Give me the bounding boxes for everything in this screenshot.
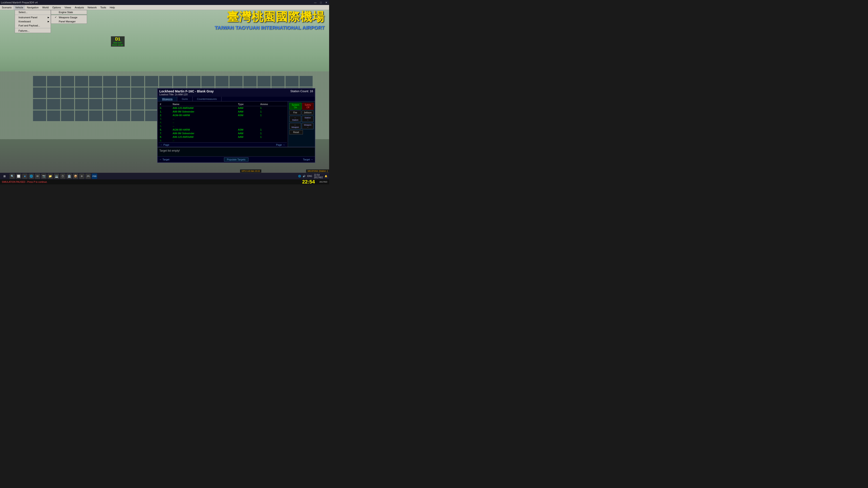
menu-help[interactable]: Help <box>108 5 117 10</box>
table-row[interactable]: 8.AIM-120 AMRAAMAAM1 <box>158 135 287 139</box>
weapons-table: # Name Type Ammo 0.AIM-120 AMRAAMAAM1 1.… <box>158 101 288 148</box>
tab-weapons[interactable]: Weapons <box>158 97 177 101</box>
taskbar-mail[interactable]: ✉ <box>35 173 40 179</box>
dropdown-failures[interactable]: Failures... <box>15 29 51 33</box>
page-prev-button[interactable]: ← Page <box>160 143 169 146</box>
taskbar-flight[interactable]: ✈ <box>79 173 85 179</box>
weapons-status-bar: WEAPONS: [Station -] <box>306 169 329 173</box>
populate-targets-button[interactable]: Populate Targets <box>224 158 248 162</box>
menu-bar: Scenario Vehicle Navigation World Option… <box>0 5 329 10</box>
menu-tools[interactable]: Tools <box>98 5 108 10</box>
menu-world[interactable]: World <box>40 5 51 10</box>
page-next-button[interactable]: Page → <box>276 143 285 146</box>
simulation-paused-text: SIMULATION PAUSED - Press P to continue. <box>2 181 48 183</box>
taskbar-p3d[interactable]: P3D <box>92 173 97 179</box>
taskbar-bank[interactable]: 🏦 <box>66 173 72 179</box>
maximize-button[interactable]: □ <box>319 1 322 4</box>
status-bar: SIMULATION PAUSED - Press P to continue.… <box>0 180 329 184</box>
tab-guns[interactable]: Guns <box>177 97 192 101</box>
date-display: 2017/6/2 <box>319 181 327 183</box>
kneeboard-submenu: ✓Weapons Gauge Panel Manager <box>51 15 87 24</box>
weapon-next-button[interactable]: Weapon → <box>302 123 313 129</box>
dropdown-instrument-panel[interactable]: Instrument Panel▶ <box>15 15 51 20</box>
col-name: Name <box>171 102 237 106</box>
table-row[interactable]: 7.AIM-9M SidewinderAAM1 <box>158 131 287 135</box>
taskbar-notepad[interactable]: 🗒 <box>60 173 66 179</box>
chinese-airport-text: 臺灣桃園國際機場 <box>193 9 324 25</box>
table-row[interactable]: 1.AIM-9M SidewinderAAM1 <box>158 110 287 113</box>
close-button[interactable]: ✕ <box>324 1 328 4</box>
fire-button[interactable]: Fire <box>289 110 301 115</box>
minimize-button[interactable]: — <box>313 1 317 4</box>
submenu-engine-state[interactable]: Engine State <box>51 10 87 14</box>
title-bar-controls: — □ ✕ <box>313 1 328 4</box>
col-type: Type <box>237 102 259 106</box>
menu-scenario[interactable]: Scenario <box>0 5 13 10</box>
menu-network[interactable]: Network <box>86 5 98 10</box>
weapons-table-area: # Name Type Ammo 0.AIM-120 AMRAAMAAM1 1.… <box>158 101 315 148</box>
taskbar-camera[interactable]: 📷 <box>41 173 46 179</box>
dropdown-kneeboard[interactable]: Kneeboard▶ <box>15 20 51 24</box>
target-next-button[interactable]: Target → <box>303 158 313 161</box>
taskbar-folder[interactable]: 📁 <box>48 173 53 179</box>
weapon-prev-button[interactable]: ← Weapon <box>289 123 301 129</box>
weapons-status-text: WEAPONS: [Station -] <box>307 170 328 172</box>
menu-vehicle[interactable]: Vehicle <box>13 5 25 10</box>
dropdown-select[interactable]: Select... <box>15 10 51 14</box>
taskbar-search[interactable]: 🔍 <box>9 173 15 179</box>
station-prev-button[interactable]: ← Station <box>289 116 301 122</box>
menu-options[interactable]: Options <box>51 5 63 10</box>
menu-analysis[interactable]: Analysis <box>73 5 86 10</box>
taskbar-computer[interactable]: 💻 <box>54 173 59 179</box>
volume-icon: 🔊 <box>303 175 305 177</box>
target-list-message: Target list empty! <box>159 149 180 152</box>
panel-header: Lockheed Martin F-16C - Blank Gray Loado… <box>158 89 315 97</box>
taskbar: ⊞ 🔍 ⬜ e 🌐 ✉ 📷 📁 💻 🗒 🏦 📦 ✈ 🎮 P3D 🌐 🔊 ENG … <box>0 173 329 180</box>
panel-title: Lockheed Martin F-16C - Blank Gray <box>159 90 214 93</box>
weapons-panel: Lockheed Martin F-16C - Blank Gray Loado… <box>157 88 315 149</box>
taskbar-package[interactable]: 📦 <box>73 173 78 179</box>
system-on-button[interactable]: System On <box>289 103 302 109</box>
submenu-panel-manager[interactable]: Panel Manager <box>51 20 87 24</box>
weapons-control-panel: System On Safety Off Fire Jettison ← Sta… <box>288 101 315 148</box>
fire-jettison-row: Fire Jettison <box>289 110 313 115</box>
dropdown-fuel-payload[interactable]: Fuel and Payload... <box>15 24 51 28</box>
system-time: 22:54 <box>314 174 323 176</box>
table-row[interactable]: 0.AIM-120 AMRAAMAAM1 <box>158 106 287 110</box>
table-row[interactable]: 6.AGM-88 HARMASM1 <box>158 128 287 131</box>
title-bar: Lockheed Martin® Prepar3D® v4 — □ ✕ <box>0 0 329 5</box>
notification-icon[interactable]: 🔔 <box>324 175 327 177</box>
station-count: Station Count: 16 <box>290 90 313 93</box>
menu-views[interactable]: Views <box>63 5 73 10</box>
nav-coords: N25 4.87'E121 14.00' <box>112 41 123 46</box>
table-row-empty: 9.-- <box>158 139 287 142</box>
title-bar-text: Lockheed Martin® Prepar3D® v4 <box>1 1 37 4</box>
station-next-button[interactable]: Station → <box>302 116 313 122</box>
table-row[interactable]: 2.AGM-88 HARMASM1 <box>158 113 287 117</box>
col-num: # <box>158 102 171 106</box>
gps-status-text: GPS 0.43 dan 23:22 <box>241 170 260 172</box>
system-tray: 🌐 🔊 ENG 22:54 2017/6/2 🔔 <box>298 174 329 179</box>
tab-countermeasures[interactable]: Countermeasures <box>193 97 221 101</box>
table-row-empty: 5.-- <box>158 124 287 128</box>
nav-identifier: D1 <box>112 37 123 41</box>
taskbar-task-view[interactable]: ⬜ <box>16 173 21 179</box>
safety-off-button[interactable]: Safety Off <box>302 103 313 109</box>
start-button[interactable]: ⊞ <box>0 173 9 180</box>
menu-navigation[interactable]: Navigation <box>25 5 40 10</box>
reset-button[interactable]: Reset <box>289 130 303 134</box>
taskbar-chrome[interactable]: 🌐 <box>29 173 34 179</box>
table-row-empty: 3.-- <box>158 117 287 121</box>
jettison-button[interactable]: Jettison <box>302 110 313 115</box>
panel-subtitle: Loadout Title: 2x AIM-120 <box>159 93 214 96</box>
network-icon: 🌐 <box>298 175 301 177</box>
submenu-weapons-gauge[interactable]: ✓Weapons Gauge <box>51 15 87 20</box>
gps-status-bar: GPS 0.43 dan 23:22 <box>240 169 261 173</box>
taskbar-edge[interactable]: e <box>22 173 28 179</box>
taskbar-game[interactable]: 🎮 <box>86 173 91 179</box>
system-date: 2017/6/2 <box>314 176 323 179</box>
weapon-row: ← Weapon Weapon → <box>289 123 313 129</box>
vehicle-dropdown: Select... Instrument Panel▶ Kneeboard▶ F… <box>15 10 51 33</box>
target-prev-button[interactable]: ← Target <box>159 158 169 161</box>
col-ammo: Ammo <box>259 102 287 106</box>
